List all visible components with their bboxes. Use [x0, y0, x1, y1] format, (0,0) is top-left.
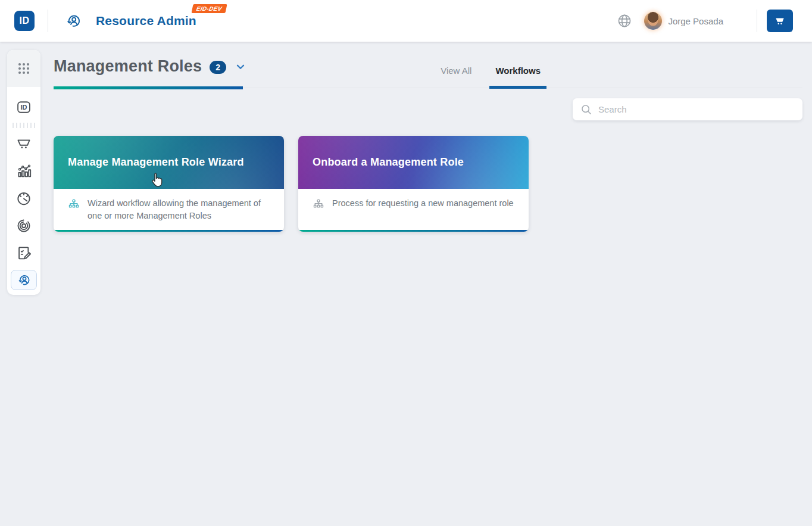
- card-title: Manage Management Role Wizard: [68, 156, 244, 169]
- org-chart-icon: [68, 198, 80, 210]
- main-content: Management Roles 2 View All Workflows: [54, 42, 802, 232]
- user-name[interactable]: Jorge Posada: [668, 16, 723, 26]
- page-title-block: Management Roles 2: [54, 57, 247, 76]
- card-description: Process for requesting a new management …: [332, 197, 514, 210]
- sidebar: ID: [7, 50, 40, 295]
- id-badge-icon: ID: [15, 99, 32, 116]
- search-icon: [580, 103, 593, 116]
- gauge-icon: [15, 190, 32, 207]
- environment-badge: EID-DEV: [192, 4, 227, 13]
- tab-workflows-label: Workflows: [495, 66, 541, 76]
- cart-button[interactable]: [767, 10, 793, 32]
- resource-admin-icon: [65, 13, 82, 29]
- sidebar-separator: [13, 123, 35, 128]
- title-gradient-underline: [54, 86, 243, 89]
- search-row: [54, 98, 802, 120]
- card-title: Onboard a Management Role: [313, 156, 464, 169]
- card-header: Manage Management Role Wizard: [54, 136, 284, 189]
- sidebar-item-fingerprint[interactable]: [15, 217, 32, 234]
- tabs: View All Workflows: [439, 66, 542, 88]
- card-description: Wizard workflow allowing the management …: [88, 197, 270, 222]
- id-badge-icon-text: ID: [20, 104, 27, 111]
- cart-icon: [15, 135, 32, 152]
- sidebar-item-resource-admin-active[interactable]: [11, 270, 37, 290]
- org-chart-icon: [313, 198, 324, 210]
- form-edit-icon: [15, 245, 32, 262]
- card-header: Onboard a Management Role: [298, 136, 529, 189]
- sidebar-item-identity[interactable]: ID: [15, 99, 32, 116]
- card-body: Process for requesting a new management …: [298, 189, 529, 210]
- chevron-down-icon[interactable]: [234, 60, 247, 73]
- app-header: ID Resource Admin EID-DEV: [0, 0, 812, 42]
- workflow-cards: Manage Management Role Wizard Wizard: [54, 136, 802, 232]
- fingerprint-icon: [15, 217, 32, 234]
- header-right: Jorge Posada: [617, 10, 793, 32]
- cart-icon: [774, 15, 786, 27]
- apps-grid-icon: [17, 61, 31, 76]
- app-logo[interactable]: ID: [14, 11, 35, 31]
- analytics-chart-icon: [15, 163, 32, 179]
- app-title-wrap: Resource Admin EID-DEV: [96, 14, 196, 28]
- sidebar-item-forms[interactable]: [15, 245, 32, 262]
- user-avatar[interactable]: [644, 12, 662, 30]
- tab-workflows[interactable]: Workflows: [494, 66, 542, 88]
- header-divider: [48, 10, 48, 32]
- page-title: Management Roles: [54, 57, 202, 76]
- sidebar-item-shopping-cart[interactable]: [15, 135, 32, 152]
- card-manage-management-role-wizard[interactable]: Manage Management Role Wizard Wizard: [54, 136, 284, 232]
- card-onboard-a-management-role[interactable]: Onboard a Management Role Process for: [298, 136, 529, 232]
- card-body: Wizard workflow allowing the management …: [54, 189, 284, 222]
- card-accent-bar: [54, 230, 284, 232]
- sidebar-item-dashboard[interactable]: [15, 190, 32, 207]
- header-divider: [757, 10, 757, 32]
- search-input[interactable]: [598, 104, 795, 114]
- count-badge: 2: [210, 61, 226, 74]
- card-accent-bar: [298, 230, 529, 232]
- resource-admin-icon: [17, 273, 31, 287]
- sidebar-item-analytics[interactable]: [15, 163, 32, 179]
- active-tab-indicator: [489, 86, 546, 89]
- search-box: [573, 98, 802, 120]
- app-logo-text: ID: [20, 15, 30, 26]
- globe-icon[interactable]: [617, 13, 632, 29]
- app-title: Resource Admin: [96, 14, 196, 28]
- sidebar-item-apps[interactable]: [7, 50, 40, 87]
- tab-view-all[interactable]: View All: [439, 66, 473, 88]
- page-title-row: Management Roles 2 View All Workflows: [54, 57, 802, 88]
